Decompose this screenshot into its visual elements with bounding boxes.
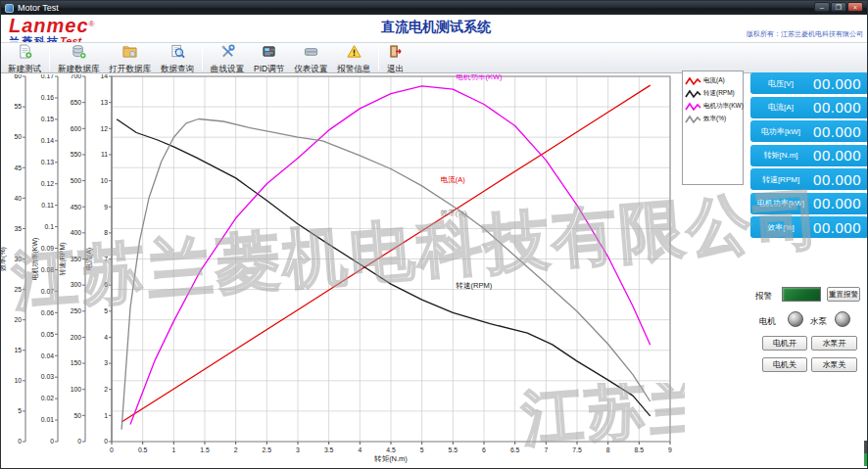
svg-text:8.5: 8.5: [635, 446, 645, 453]
svg-text:0.09: 0.09: [41, 245, 54, 252]
readout-torque: 转矩[N.m]00.000: [750, 145, 868, 166]
level-indicator: [864, 441, 868, 466]
readout-motor-power: 电机功率[kW]00.000: [750, 193, 868, 214]
readout-label: 转矩[N.m]: [750, 150, 811, 161]
svg-text:5: 5: [420, 446, 424, 453]
svg-text:200: 200: [71, 334, 82, 341]
svg-text:1: 1: [171, 446, 175, 453]
svg-text:3: 3: [104, 359, 108, 366]
pump-on-button[interactable]: 水泵开: [811, 336, 857, 351]
svg-text:150: 150: [71, 359, 82, 366]
svg-text:0.14: 0.14: [41, 137, 54, 144]
legend-line-icon: [685, 76, 701, 86]
svg-text:40: 40: [14, 195, 22, 202]
readout-label: 电机功率[kW]: [750, 198, 811, 209]
motor-off-button[interactable]: 电机关: [762, 357, 807, 372]
svg-text:4: 4: [358, 446, 362, 453]
close-button[interactable]: ×: [847, 2, 863, 12]
alarm-info-button[interactable]: 报警信息: [332, 43, 375, 72]
svg-text:0: 0: [50, 438, 54, 445]
svg-text:50: 50: [73, 412, 81, 419]
readout-value: 00.000: [811, 147, 868, 164]
svg-text:转速(RPM): 转速(RPM): [456, 281, 493, 290]
toolbar-separator: [202, 45, 203, 70]
legend-label: 转速(RPM): [703, 89, 735, 98]
svg-text:电机功率(KW): 电机功率(KW): [457, 74, 504, 81]
svg-text:10: 10: [100, 177, 108, 184]
svg-text:3.5: 3.5: [324, 446, 334, 453]
svg-text:0.12: 0.12: [41, 180, 54, 187]
svg-text:3: 3: [296, 446, 300, 453]
svg-text:5: 5: [18, 407, 22, 414]
brand-name: Lanmec: [9, 15, 89, 36]
reset-alarm-button[interactable]: 重置报警: [827, 287, 860, 302]
readout-value: 00.000: [811, 75, 868, 92]
pump-label: 水泵: [810, 316, 827, 328]
svg-text:10: 10: [14, 377, 22, 384]
readout-efficiency: 效率[%]00.000: [750, 216, 868, 238]
svg-text:转矩(N.m): 转矩(N.m): [373, 454, 408, 463]
svg-text:4.5: 4.5: [386, 446, 396, 453]
meter-settings-button[interactable]: 仪表设置: [289, 43, 332, 72]
svg-text:20: 20: [14, 316, 22, 323]
readout-electric-power: 电功率[kW]00.000: [750, 120, 868, 142]
curve-settings-button[interactable]: 曲线设置: [206, 43, 249, 72]
svg-text:15: 15: [14, 347, 22, 353]
svg-text:600: 600: [71, 125, 82, 132]
svg-text:电流(A): 电流(A): [441, 175, 466, 184]
legend-line-icon: [685, 89, 701, 99]
svg-text:8: 8: [104, 229, 108, 236]
motor-on-button[interactable]: 电机开: [762, 336, 807, 351]
new-test-button[interactable]: 新建测试: [3, 43, 46, 72]
svg-text:5.5: 5.5: [449, 446, 458, 453]
exit-button[interactable]: 退出: [382, 43, 409, 72]
open-database-button[interactable]: 打开数据库: [105, 43, 157, 72]
readout-value: 00.000: [811, 123, 868, 140]
svg-text:0.17: 0.17: [41, 74, 54, 79]
svg-text:6: 6: [482, 446, 486, 453]
alarm-indicator: [782, 287, 821, 302]
svg-text:550: 550: [71, 151, 82, 158]
svg-text:6.5: 6.5: [510, 446, 520, 453]
svg-text:650: 650: [71, 99, 82, 106]
svg-text:0.01: 0.01: [41, 416, 54, 423]
pid-tuning-icon: [262, 44, 276, 63]
legend-item: 电机功率(KW): [685, 100, 741, 113]
window-title: Motor Test: [18, 3, 59, 13]
svg-text:0.07: 0.07: [41, 288, 54, 295]
legend-line-icon: [685, 102, 701, 112]
readout-label: 电流[A]: [750, 102, 811, 113]
exit-icon: [388, 44, 403, 63]
svg-text:14: 14: [100, 74, 108, 79]
svg-text:0.1: 0.1: [45, 223, 55, 230]
svg-text:0: 0: [77, 438, 81, 445]
pump-off-button[interactable]: 水泵关: [811, 357, 857, 372]
svg-text:0: 0: [18, 438, 22, 445]
legend-label: 效率(%): [703, 115, 726, 123]
app-window: Motor Test – ❐ × Lanmec® 兰菱科技Test 直流电机测试…: [0, 0, 868, 469]
svg-text:转速(RPM): 转速(RPM): [59, 242, 67, 275]
readout-label: 电压[V]: [750, 78, 811, 89]
svg-text:500: 500: [71, 177, 82, 184]
pid-tuning-button[interactable]: PID调节: [249, 43, 289, 72]
svg-text:250: 250: [71, 307, 82, 314]
readout-label: 转速[RPM]: [750, 174, 811, 185]
data-query-button[interactable]: 数据查询: [156, 43, 199, 72]
svg-text:7.5: 7.5: [572, 446, 582, 453]
svg-text:700: 700: [71, 74, 82, 79]
svg-text:效率(%): 效率(%): [1, 247, 7, 271]
new-database-button[interactable]: 新建数据库: [53, 43, 105, 72]
svg-text:0.5: 0.5: [138, 446, 148, 453]
copyright-text: 版权所有：江苏兰菱机电科技有限公司: [747, 29, 863, 39]
maximize-button[interactable]: ❐: [831, 2, 846, 12]
svg-text:100: 100: [71, 386, 82, 393]
svg-text:11: 11: [101, 151, 108, 158]
svg-text:0.06: 0.06: [41, 309, 54, 316]
curve-settings-icon: [220, 44, 235, 63]
legend-item: 效率(%): [685, 113, 741, 125]
minimize-button[interactable]: –: [814, 2, 830, 12]
svg-text:12: 12: [100, 125, 108, 132]
chart-legend: 电流(A) 转速(RPM) 电机功率(KW) 效率(%): [682, 70, 744, 185]
svg-text:0.11: 0.11: [41, 202, 54, 209]
svg-text:8: 8: [606, 446, 610, 453]
